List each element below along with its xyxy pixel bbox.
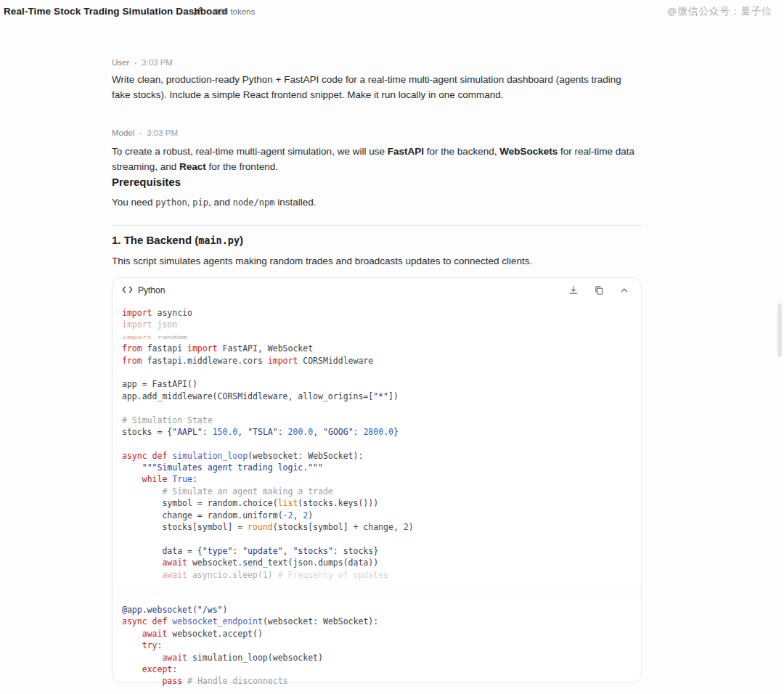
- code-token-kw: import: [187, 343, 218, 354]
- code-token-kw: try: [142, 640, 158, 650]
- model-turn-meta: Model • 3:03 PM: [112, 128, 178, 137]
- code-token-pl: fastapi.middleware.cors: [142, 356, 268, 366]
- code-token-pl: (websocket: WebSocket):: [263, 616, 378, 626]
- code-line: data = {"type": "update", "stocks": stoc…: [122, 545, 631, 557]
- model-intro-paragraph: To create a robust, real-time multi-agen…: [112, 144, 642, 174]
- text-run: ): [240, 234, 243, 246]
- code-token-pl: ,: [313, 427, 323, 437]
- code-token-pl: (stocks.keys())): [298, 498, 378, 508]
- code-token-pl: [122, 558, 162, 568]
- code-token-pl: (stocks[symbol] + change,: [273, 522, 404, 532]
- user-timestamp: 3:03 PM: [142, 58, 173, 67]
- download-icon: [568, 285, 579, 295]
- code-token-cm: # Simulate an agent making a trade: [162, 486, 332, 497]
- code-token-pl: [147, 451, 152, 461]
- code-token-kw: while: [142, 474, 168, 484]
- code-line: import asyncio: [122, 307, 631, 319]
- code-token-pl: asyncio.sleep(: [187, 570, 263, 580]
- code-token-pl: websocket.accept(): [167, 629, 263, 639]
- code-language-label: Python: [138, 285, 165, 295]
- copy-button[interactable]: [592, 284, 605, 297]
- code-token-pl: stocks = {: [122, 427, 172, 437]
- user-message: Write clean, production-ready Python + F…: [112, 72, 642, 102]
- code-card-break: [113, 581, 641, 592]
- edit-title-button[interactable]: [192, 6, 205, 19]
- prerequisites-heading: Prerequisites: [112, 176, 181, 188]
- code-line: pass # Handle disconnects: [122, 675, 631, 687]
- code-token-pl: :: [192, 474, 197, 484]
- code-line: async def websocket_endpoint(websocket: …: [122, 616, 631, 627]
- code-line: await websocket.send_text(json.dumps(dat…: [122, 557, 631, 568]
- code-token-kw: pass: [162, 676, 182, 686]
- code-icon: [122, 284, 133, 297]
- code-line: [122, 367, 631, 378]
- code-token-pl: websocket.send_text(json.dumps(data)): [187, 558, 378, 568]
- pencil-icon: [193, 6, 203, 19]
- code-token-pl: [122, 664, 142, 674]
- code-token-str: "*": [373, 391, 388, 401]
- code-token-str: "stocks": [293, 546, 332, 556]
- code-line: [122, 533, 631, 544]
- code-token-num: True: [172, 474, 192, 484]
- code-token-kw: def: [152, 616, 168, 626]
- code-token-kw: await: [162, 570, 187, 580]
- code-token-kw: async: [122, 616, 147, 626]
- code-token-pl: json: [152, 319, 178, 330]
- code-block-header: Python: [113, 278, 641, 302]
- code-token-pl: CORSMiddleware: [298, 356, 373, 366]
- code-token-str: """Simulates agent trading logic.""": [142, 462, 323, 473]
- code-token-pl: FastAPI, WebSocket: [218, 343, 314, 354]
- code-token-pl: [122, 462, 142, 473]
- text-run: for the frontend.: [206, 161, 278, 172]
- code-line: except:: [122, 664, 631, 675]
- code-line: [122, 402, 631, 414]
- code-token-pl: ,: [293, 510, 303, 520]
- code-line: change = random.uniform(-2, 2): [122, 510, 631, 521]
- text-run: To create a robust, real-time multi-agen…: [112, 146, 388, 157]
- code-token-pl: :: [278, 427, 288, 437]
- code-token-pl: stocks[symbol] =: [122, 522, 248, 532]
- chevron-up-icon: [620, 286, 629, 295]
- code-token-cm: # Simulation State: [122, 415, 213, 425]
- code-token-kw: from: [122, 343, 142, 354]
- collapse-button[interactable]: [618, 284, 631, 297]
- code-line: import json: [122, 319, 631, 330]
- code-token-pl: }: [393, 427, 399, 437]
- code-block-card: Python import asyncioimport jsonimport r…: [112, 277, 642, 683]
- inline-code: main.py: [198, 234, 240, 246]
- code-token-pl: ,: [237, 427, 248, 437]
- text-run: for the backend,: [424, 146, 499, 157]
- code-token-pl: :: [172, 664, 177, 674]
- code-token-pl: [122, 486, 162, 497]
- code-line: from fastapi.middleware.cors import CORS…: [122, 355, 631, 367]
- code-token-pl: ): [409, 522, 414, 532]
- code-token-str: "AAPL": [172, 427, 203, 437]
- download-button[interactable]: [567, 284, 580, 297]
- code-token-pl: [122, 653, 162, 663]
- code-token-bi: round: [248, 522, 273, 532]
- code-token-pl: [122, 474, 142, 484]
- code-token-num: 2800.0: [363, 427, 393, 437]
- code-token-str: "GOOG": [323, 427, 354, 437]
- code-token-pl: [122, 676, 162, 686]
- code-token-fn: websocket_endpoint: [172, 616, 263, 626]
- code-token-bi: list: [278, 498, 298, 508]
- code-token-str: "TSLA": [248, 427, 278, 437]
- titlebar: Real-Time Stock Trading Simulation Dashb…: [0, 0, 784, 26]
- code-token-pl: (websocket: WebSocket):: [248, 451, 363, 461]
- page-scrollbar-thumb[interactable]: [777, 303, 782, 357]
- code-token-pl: ): [268, 570, 278, 580]
- code-line: stocks[symbol] = round(stocks[symbol] + …: [122, 521, 631, 533]
- code-line: await asyncio.sleep(1) # Frequency of up…: [122, 569, 631, 581]
- code-token-kw: def: [152, 451, 168, 461]
- code-token-str: "update": [242, 546, 282, 556]
- model-role-label: Model: [112, 128, 134, 137]
- copy-icon: [594, 285, 604, 295]
- code-token-dec: @app.websocket(: [122, 605, 197, 615]
- code-token-num: 2: [404, 522, 409, 532]
- code-line: [122, 438, 631, 449]
- code-line: app = FastAPI(): [122, 378, 631, 390]
- code-token-pl: symbol = random.choice(: [122, 498, 278, 508]
- code-token-kw: import: [122, 319, 152, 330]
- code-token-kw: await: [142, 629, 168, 639]
